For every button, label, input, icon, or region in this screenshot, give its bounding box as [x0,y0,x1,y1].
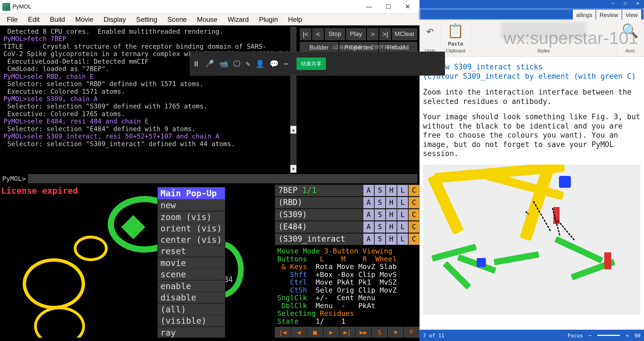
obj-c-button[interactable]: C [408,221,420,233]
menu-help[interactable]: Help [283,14,307,25]
player-btn-4[interactable]: ▶| [340,327,355,338]
first-frame-button[interactable]: |< [300,28,311,40]
focus-mode-button[interactable]: Focus [567,333,583,338]
find-icon[interactable]: 🔍 [622,23,639,39]
zoom-annotate-icon[interactable]: ✎ [246,59,250,68]
obj-l-button[interactable]: L [397,233,408,245]
minimize-button[interactable]: — [359,0,379,14]
obj-h-button[interactable]: H [386,197,397,208]
obj-s-button[interactable]: S [374,233,385,245]
doc-link-colour[interactable]: (C)olour S309_interact by element (with … [423,72,641,81]
word-tab-review[interactable]: Review [596,10,622,21]
popup-zoom[interactable]: zoom (vis) [158,211,225,223]
3d-viewport[interactable]: 34 [0,185,275,339]
player-btn-0[interactable]: |◀ [275,327,291,338]
player-btn-3[interactable]: ▶ [323,327,339,338]
obj-a-button[interactable]: A [363,233,374,245]
obj-a-button[interactable]: A [363,197,374,208]
console-scrollbar[interactable]: ▲ ▼ [290,27,296,173]
obj-l-button[interactable]: L [397,221,408,233]
player-btn-2[interactable]: ■ [307,327,323,338]
zoom-percent[interactable]: 90 [634,333,641,338]
mclear-button[interactable]: MClear [392,28,417,40]
play-button[interactable]: Play [346,28,366,40]
obj-a-button[interactable]: A [363,209,374,221]
popup-reset[interactable]: reset [158,245,225,257]
undo-icon[interactable]: ↶ [426,23,434,39]
zoom-mute-icon[interactable]: ⏸ [192,59,200,68]
doc-link-show[interactable]: (S)how S309_interact sticks [423,62,641,72]
popup-enable[interactable]: enable [158,280,225,292]
popup-center[interactable]: center (vis) [158,234,225,245]
word-tab-view[interactable]: View [622,10,641,21]
menu-plugin[interactable]: Plugin [254,14,283,25]
popup-new[interactable]: new [158,199,225,211]
object-name[interactable]: (RBD) [275,197,363,208]
obj-c-button[interactable]: C [408,209,420,221]
zoom-chat-icon[interactable]: 💬 [270,59,279,68]
obj-c-button[interactable]: C [408,185,420,196]
menu-scene[interactable]: Scene [162,14,192,25]
obj-c-button[interactable]: C [408,197,420,208]
popup-all[interactable]: (all) [158,303,225,315]
last-frame-button[interactable]: >| [380,28,391,40]
player-btn-1[interactable]: ◀ [291,327,307,338]
menu-wizard[interactable]: Wizard [223,14,254,25]
zoom-in-button[interactable]: + [626,333,629,338]
obj-l-button[interactable]: L [397,209,408,221]
player-btn-7[interactable]: ▼ [388,327,403,338]
cmdline-input[interactable] [28,174,417,183]
page-indicator[interactable]: 7 of 11 [423,333,444,338]
menu-display[interactable]: Display [98,14,131,25]
menu-setting[interactable]: Setting [131,14,162,25]
zoom-mic-icon[interactable]: 🎤 [205,59,214,68]
popup-ray[interactable]: ray [158,326,225,338]
obj-h-button[interactable]: H [386,221,397,233]
obj-a-button[interactable]: A [363,221,374,233]
maximize-button[interactable]: ☐ [379,0,398,14]
obj-s-button[interactable]: S [374,185,385,196]
menu-mouse[interactable]: Mouse [192,14,223,25]
zoom-remote-icon[interactable]: 👤 [255,59,264,68]
bottom-prompt[interactable]: PyMOL>_ [0,338,420,341]
object-name[interactable]: (S309_interact [275,233,363,245]
player-btn-6[interactable]: S [372,327,387,338]
popup-visible[interactable]: (visible) [158,315,225,326]
obj-a-button[interactable]: A [363,185,374,196]
zoom-video-icon[interactable]: 📹 [219,59,228,68]
zoom-screen-icon[interactable]: 🖵 [233,59,241,68]
paste-icon[interactable]: 📋 [447,23,464,39]
menu-movie[interactable]: Movie [70,14,98,25]
zoom-end-share-button[interactable]: 结束共享 [296,57,326,70]
popup-orient[interactable]: orient (vis) [158,223,225,234]
obj-h-button[interactable]: H [386,209,397,221]
obj-s-button[interactable]: S [374,221,385,233]
stop-button[interactable]: Stop [325,28,345,40]
obj-h-button[interactable]: H [386,233,397,245]
menu-build[interactable]: Build [45,14,70,25]
word-minimize-icon[interactable]: — [607,0,619,8]
popup-movie[interactable]: movie [158,257,225,268]
menu-edit[interactable]: Edit [23,14,45,25]
next-frame-button[interactable]: > [367,28,378,40]
zoom-more-icon[interactable]: ⋯ [284,59,288,68]
zoom-out-button[interactable]: − [589,333,592,338]
menu-file[interactable]: File [2,14,23,25]
word-document[interactable]: (S)how S309_interact sticks (C)olour S30… [420,57,644,320]
word-close-icon[interactable]: ✕ [632,0,644,8]
close-button[interactable]: ✕ [398,0,417,14]
player-btn-5[interactable]: ▶▶ [355,327,371,338]
object-name[interactable]: (E484) [275,221,363,233]
player-btn-8[interactable]: F [404,327,420,338]
obj-l-button[interactable]: L [397,185,408,196]
obj-s-button[interactable]: S [374,197,385,208]
object-name[interactable]: (S309) [275,209,363,221]
popup-scene[interactable]: scene [158,268,225,280]
popup-disable[interactable]: disable [158,292,225,303]
obj-c-button[interactable]: C [408,233,420,245]
scroll-up-icon[interactable]: ▲ [290,126,296,134]
scroll-down-icon[interactable]: ▼ [290,165,296,173]
word-tab-mailings[interactable]: ailings [573,10,596,21]
object-name[interactable]: 7BEP 1/1 [275,185,363,196]
obj-h-button[interactable]: H [386,185,397,196]
